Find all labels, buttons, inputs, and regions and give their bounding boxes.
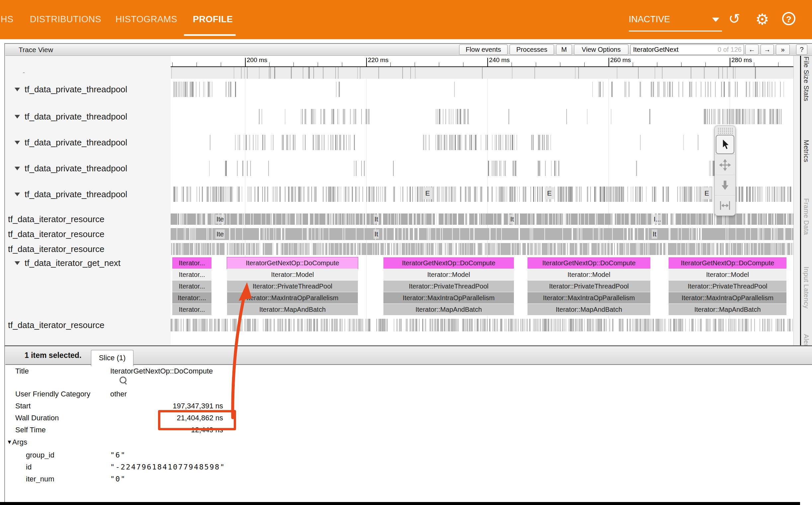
iterator-resource-track[interactable] xyxy=(171,243,793,255)
vertical-zoom-tool[interactable] xyxy=(715,175,735,195)
slice-getnext-docompute[interactable]: IteratorGetNextOp::DoCompute xyxy=(668,257,786,269)
slice-getnext-docompute[interactable]: IteratorGetNextOp::DoCompute xyxy=(383,257,514,269)
more-button[interactable]: » xyxy=(776,44,790,55)
marker-button[interactable]: M xyxy=(556,44,572,55)
magnifier-icon[interactable] xyxy=(120,376,130,386)
app-tab-profile[interactable]: PROFILE xyxy=(193,13,233,26)
event-marker[interactable]: E xyxy=(545,187,554,199)
pan-tool[interactable] xyxy=(715,155,735,175)
slice-iterator[interactable]: Iterator::MapAndBatch xyxy=(383,304,514,315)
track-row-label[interactable]: tf_data_iterator_get_next xyxy=(5,256,171,270)
slice-getnext-docompute[interactable]: IteratorGetNextOp::DoCompute xyxy=(227,257,358,269)
vertical-scrollbar[interactable] xyxy=(793,56,800,345)
axis-tick-label: 200 ms xyxy=(247,56,267,64)
trace-help-button[interactable]: ? xyxy=(796,44,807,55)
resource-slice-label: It xyxy=(374,214,379,224)
app-tab-distributions[interactable]: DISTRIBUTIONS xyxy=(30,13,101,26)
collapse-arrow-icon[interactable] xyxy=(15,141,20,144)
slice-iterator[interactable]: Iterator::MaxIntraOpParallelism xyxy=(528,292,650,304)
slice-iterator[interactable]: Iterator::MaxIntraOpParallelism xyxy=(227,292,358,304)
slice-iterator[interactable]: Iterator::PrivateThreadPool xyxy=(528,281,650,292)
overview-strip[interactable] xyxy=(171,67,793,79)
app-tab-hs[interactable]: HS xyxy=(1,13,14,26)
slice-iterator[interactable]: Iterator:... xyxy=(172,292,211,304)
search-input[interactable]: IteratorGetNext 0 of 126 xyxy=(630,44,744,55)
slice-iterator[interactable]: Iterator::Model xyxy=(528,269,650,281)
collapse-arrow-icon[interactable] xyxy=(15,193,20,196)
track-row-label[interactable]: tf_data_private_threadpool xyxy=(5,188,171,201)
collapse-arrow-icon[interactable] xyxy=(15,115,20,119)
slice-iterator[interactable]: Iterator::MapAndBatch xyxy=(668,304,786,315)
track-label-column: tf_data_private_threadpooltf_data_privat… xyxy=(5,56,171,345)
track-row-label[interactable]: tf_data_iterator_resource xyxy=(5,242,171,256)
analysis-tab-input-latency[interactable]: Input Latency xyxy=(802,267,810,309)
analysis-tab-file-size-stats[interactable]: File Size Stats xyxy=(802,56,810,101)
threadpool-track[interactable] xyxy=(171,109,793,124)
track-row-label[interactable]: tf_data_iterator_resource xyxy=(5,318,171,332)
axis-tick-minor xyxy=(778,62,779,66)
palette-grip-handle[interactable] xyxy=(718,128,733,134)
detail-field-value: 197,347,391 ns xyxy=(110,401,223,411)
gear-icon[interactable]: ⚙ xyxy=(754,10,771,28)
iterator-resource-track[interactable] xyxy=(171,213,793,225)
track-label-text: tf_data_private_threadpool xyxy=(25,83,127,96)
collapse-arrow-icon[interactable] xyxy=(15,88,20,91)
slice-iterator[interactable]: Iterator::MaxIntraOpParallelism xyxy=(668,292,786,304)
slice-iterator[interactable]: Iterator::PrivateThreadPool xyxy=(668,281,786,292)
axis-tick-major xyxy=(245,58,246,66)
slice-getnext-docompute[interactable]: Iterator... xyxy=(172,257,211,269)
slice-group: Iterator...Iterator...Iterator...Iterato… xyxy=(172,257,211,315)
find-next-button[interactable]: → xyxy=(761,44,774,55)
trace-canvas[interactable]: 200 ms220 ms240 ms260 ms280 msEEEIteItIt… xyxy=(171,56,793,345)
find-previous-button[interactable]: ← xyxy=(745,44,759,55)
args-expander[interactable]: ▼Args xyxy=(7,438,27,447)
slice-iterator[interactable]: Iterator::Model xyxy=(668,269,786,281)
slice-iterator[interactable]: Iterator... xyxy=(172,269,211,281)
view-options-button[interactable]: View Options xyxy=(574,44,628,55)
slice-getnext-docompute[interactable]: IteratorGetNextOp::DoCompute xyxy=(528,257,650,269)
run-selector-dropdown[interactable]: INACTIVE xyxy=(629,13,722,26)
event-marker[interactable]: E xyxy=(423,187,432,199)
slice-iterator[interactable]: Iterator::PrivateThreadPool xyxy=(227,281,358,292)
resource-slice-label: It xyxy=(652,229,657,239)
track-row-label[interactable]: tf_data_private_threadpool xyxy=(5,110,171,123)
help-icon[interactable]: ? xyxy=(782,12,795,25)
threadpool-track[interactable] xyxy=(171,82,793,97)
track-row-label[interactable]: tf_data_iterator_resource xyxy=(5,212,171,226)
track-row-label[interactable]: tf_data_iterator_resource xyxy=(5,227,171,241)
analysis-tab-metrics[interactable]: Metrics xyxy=(802,140,810,162)
track-row-label[interactable]: tf_data_private_threadpool xyxy=(5,83,171,96)
threadpool-track[interactable] xyxy=(171,161,793,176)
event-marker[interactable]: E xyxy=(702,187,712,199)
threadpool-track[interactable] xyxy=(171,187,793,202)
track-row-label[interactable]: tf_data_private_threadpool xyxy=(5,136,171,149)
collapse-arrow-icon[interactable] xyxy=(15,167,20,170)
flow-events-button[interactable]: Flow events xyxy=(459,44,508,55)
cursor-arrow-icon xyxy=(720,138,731,151)
iterator-resource-track[interactable] xyxy=(171,319,793,331)
axis-tick-minor xyxy=(293,62,294,66)
threadpool-track[interactable] xyxy=(171,135,793,150)
slice-iterator[interactable]: Iterator::MaxIntraOpParallelism xyxy=(383,292,514,304)
slice-iterator[interactable]: Iterator::Model xyxy=(383,269,514,281)
slice-iterator[interactable]: Iterator::MapAndBatch xyxy=(528,304,650,315)
app-tab-histograms[interactable]: HISTOGRAMS xyxy=(116,13,177,26)
processes-button[interactable]: Processes xyxy=(510,44,554,55)
timing-range-icon xyxy=(719,199,731,211)
slice-iterator[interactable]: Iterator::Model xyxy=(227,269,358,281)
slice-iterator[interactable]: Iterator::PrivateThreadPool xyxy=(383,281,514,292)
select-tool[interactable] xyxy=(716,135,734,154)
reload-icon[interactable]: ↺ xyxy=(726,10,743,28)
tab-slice[interactable]: Slice (1) xyxy=(91,350,134,366)
slice-iterator[interactable]: Iterator... xyxy=(172,304,211,315)
collapse-arrow-icon[interactable] xyxy=(15,261,20,265)
slice-iterator[interactable]: Iterator... xyxy=(172,281,211,292)
track-label-text: tf_data_iterator_get_next xyxy=(25,256,121,270)
detail-field-value: other xyxy=(110,389,223,399)
track-row-label[interactable]: tf_data_private_threadpool xyxy=(5,162,171,175)
slice-iterator[interactable]: Iterator::MapAndBatch xyxy=(227,304,358,315)
analysis-tab-frame-data[interactable]: Frame Data xyxy=(802,198,810,235)
axis-tick-label: 280 ms xyxy=(731,56,752,64)
iterator-resource-track[interactable] xyxy=(171,228,793,240)
timing-tool[interactable] xyxy=(715,195,735,215)
